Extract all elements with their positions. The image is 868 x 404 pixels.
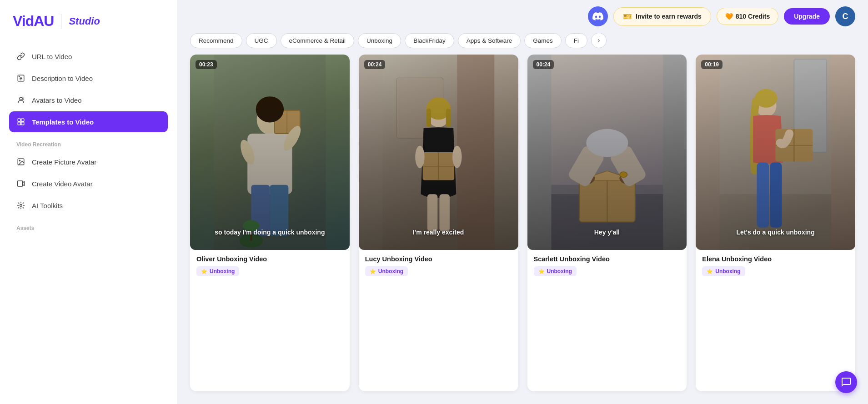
tag-label-elena: Unboxing xyxy=(715,268,740,274)
tag-star-icon-lucy: ⭐ xyxy=(370,269,376,274)
video-caption-lucy: I'm really excited xyxy=(359,228,518,237)
nav-url-to-video[interactable]: URL to Video xyxy=(9,46,168,67)
video-caption-elena: Let's do a quick unboxing xyxy=(696,228,855,237)
ai-toolkits-icon xyxy=(16,201,25,210)
video-title-lucy: Lucy Unboxing Video xyxy=(365,255,512,263)
nav-create-picture-avatar[interactable]: Create Picture Avatar xyxy=(9,151,168,172)
video-thumb-scarlett: 00:24 Hey y'all xyxy=(527,55,687,250)
main-nav: URL to Video Description to Video Av xyxy=(9,46,168,133)
filter-blackfriday[interactable]: BlackFriday xyxy=(405,33,454,48)
video-card-scarlett[interactable]: 00:24 Hey y'all Scarlett Unboxing Video … xyxy=(527,55,687,391)
tag-star-icon-elena: ⭐ xyxy=(707,269,713,274)
svg-point-1 xyxy=(19,76,20,77)
nav-create-video-avatar[interactable]: Create Video Avatar xyxy=(9,173,168,194)
video-thumb-lucy: 00:24 I'm really excited xyxy=(359,55,518,250)
nav-avatars-label: Avatars to Video xyxy=(32,96,82,104)
chat-widget-button[interactable] xyxy=(835,371,857,393)
video-info-scarlett: Scarlett Unboxing Video ⭐ Unboxing xyxy=(527,250,687,283)
avatar-letter: C xyxy=(843,12,848,21)
invite-label: Invite to earn rewards xyxy=(636,13,702,20)
nav-ai-toolkits[interactable]: AI Toolkits xyxy=(9,195,168,216)
nav-url-label: URL to Video xyxy=(32,53,72,60)
credits-label: 810 Credits xyxy=(736,13,770,20)
filter-apps-software[interactable]: Apps & Software xyxy=(458,33,521,48)
tag-label-scarlett: Unboxing xyxy=(547,268,572,274)
avatars-icon xyxy=(16,95,25,105)
video-duration-lucy: 00:24 xyxy=(364,60,386,69)
topbar: 🎫 Invite to earn rewards 🧡 810 Credits U… xyxy=(177,0,868,33)
credits-button[interactable]: 🧡 810 Credits xyxy=(717,8,778,25)
thumb-gradient-oliver xyxy=(190,55,350,250)
video-info-elena: Elena Unboxing Video ⭐ Unboxing xyxy=(696,250,855,283)
video-thumb-oliver: 00:23 so today I'm doing a quick unboxin… xyxy=(190,55,350,250)
svg-rect-6 xyxy=(18,122,20,125)
nav-templates-label: Templates to Video xyxy=(32,118,94,126)
video-card-elena[interactable]: 00:19 Let's do a quick unboxing Elena Un… xyxy=(696,55,855,391)
invite-button[interactable]: 🎫 Invite to earn rewards xyxy=(613,7,711,26)
filter-ugc[interactable]: UGC xyxy=(246,33,277,48)
video-info-oliver: Oliver Unboxing Video ⭐ Unboxing xyxy=(190,250,350,283)
svg-rect-10 xyxy=(18,181,23,186)
nav-description-to-video[interactable]: Description to Video xyxy=(9,68,168,89)
filter-bar: Recommend UGC eCommerce & Retail Unboxin… xyxy=(177,33,868,55)
video-card-lucy[interactable]: 00:24 I'm really excited Lucy Unboxing V… xyxy=(359,55,518,391)
video-tag-scarlett: ⭐ Unboxing xyxy=(534,266,577,276)
section-recreation-label: Video Recreation xyxy=(9,133,168,151)
svg-rect-5 xyxy=(21,119,24,121)
tag-star-icon-scarlett: ⭐ xyxy=(538,269,545,274)
video-title-scarlett: Scarlett Unboxing Video xyxy=(534,255,681,263)
tag-label-oliver: Unboxing xyxy=(210,268,235,274)
sidebar: VidAU Studio URL to Video Description xyxy=(0,0,177,404)
svg-point-3 xyxy=(22,98,24,100)
invite-icon: 🎫 xyxy=(623,12,632,21)
upgrade-button[interactable]: Upgrade xyxy=(784,8,830,25)
user-avatar[interactable]: C xyxy=(835,6,855,26)
picture-avatar-icon xyxy=(16,157,25,166)
video-card-oliver[interactable]: 00:23 so today I'm doing a quick unboxin… xyxy=(190,55,350,391)
logo-text: VidAU xyxy=(13,13,54,30)
credits-heart-icon: 🧡 xyxy=(725,13,733,20)
nav-ai-toolkits-label: AI Toolkits xyxy=(32,202,63,209)
video-info-lucy: Lucy Unboxing Video ⭐ Unboxing xyxy=(359,250,518,283)
tag-label-lucy: Unboxing xyxy=(378,268,403,274)
video-tag-elena: ⭐ Unboxing xyxy=(702,266,745,276)
thumb-gradient-elena xyxy=(696,55,855,250)
video-duration-elena: 00:19 xyxy=(701,60,722,69)
nav-avatars-to-video[interactable]: Avatars to Video xyxy=(9,90,168,110)
video-title-oliver: Oliver Unboxing Video xyxy=(196,255,343,263)
templates-icon xyxy=(16,117,25,126)
video-tag-oliver: ⭐ Unboxing xyxy=(196,266,239,276)
main-content: 🎫 Invite to earn rewards 🧡 810 Credits U… xyxy=(177,0,868,404)
link-icon xyxy=(16,52,25,61)
filter-next-button[interactable]: › xyxy=(591,33,607,48)
nav-video-avatar-label: Create Video Avatar xyxy=(32,180,93,188)
video-caption-scarlett: Hey y'all xyxy=(527,228,687,237)
filter-games[interactable]: Games xyxy=(524,33,562,48)
filter-ecommerce[interactable]: eCommerce & Retail xyxy=(281,33,355,48)
filter-recommend[interactable]: Recommend xyxy=(190,33,242,48)
svg-point-9 xyxy=(19,160,20,161)
video-thumb-elena: 00:19 Let's do a quick unboxing xyxy=(696,55,855,250)
nav-templates-to-video[interactable]: Templates to Video xyxy=(9,111,168,132)
description-icon xyxy=(16,74,25,83)
logo-area: VidAU Studio xyxy=(9,13,168,30)
svg-rect-4 xyxy=(18,119,20,121)
svg-rect-7 xyxy=(21,122,24,125)
video-grid: 00:23 so today I'm doing a quick unboxin… xyxy=(177,55,868,404)
video-caption-oliver: so today I'm doing a quick unboxing xyxy=(190,228,350,237)
logo-divider xyxy=(61,14,61,29)
svg-point-11 xyxy=(20,204,22,207)
video-title-elena: Elena Unboxing Video xyxy=(702,255,849,263)
video-avatar-icon xyxy=(16,179,25,188)
nav-description-label: Description to Video xyxy=(32,75,93,82)
thumb-gradient-lucy xyxy=(359,55,518,250)
nav-picture-avatar-label: Create Picture Avatar xyxy=(32,158,96,166)
thumb-gradient-scarlett xyxy=(527,55,687,250)
discord-button[interactable] xyxy=(588,6,608,26)
logo-studio: Studio xyxy=(69,15,100,27)
filter-unboxing[interactable]: Unboxing xyxy=(358,33,401,48)
tag-star-icon-oliver: ⭐ xyxy=(201,269,207,274)
recreation-nav: Create Picture Avatar Create Video Avata… xyxy=(9,151,168,217)
filter-fi[interactable]: Fi xyxy=(565,33,587,48)
video-tag-lucy: ⭐ Unboxing xyxy=(365,266,408,276)
